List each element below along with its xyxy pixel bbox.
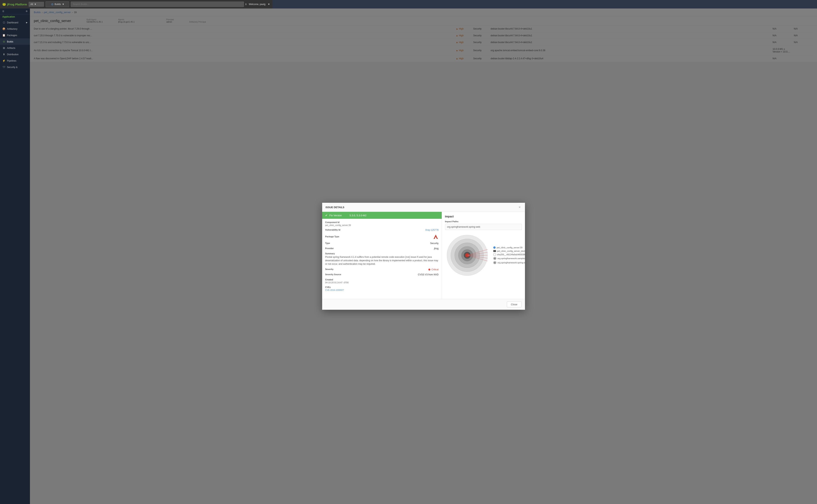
sidebar-item-label: Builds (7, 40, 13, 43)
nav-right: ℹ Welcome, paulg ▼ (245, 3, 270, 6)
sidebar-header: ☰ ⚙ (0, 8, 30, 14)
sidebar-item-dashboard[interactable]: ⬡ Dashboard ▶ (0, 19, 30, 26)
artifactory-icon: 📦 (2, 27, 5, 30)
distribution-icon: ⬇ (2, 53, 5, 56)
main-content: Builds › pet_clinic_config_server › 39 p… (30, 8, 272, 168)
sidebar-item-security[interactable]: 🛡 Security & (0, 64, 30, 70)
filter-label: All (31, 3, 33, 6)
builds-icon: ⊙ (51, 3, 54, 6)
builds-icon: ⊙ (2, 40, 5, 43)
sidebar-item-label: Dashboard (7, 21, 18, 24)
help-icon[interactable]: ℹ (245, 3, 246, 6)
sidebar-item-label: Security & (7, 66, 18, 69)
security-icon: 🛡 (2, 66, 5, 69)
sidebar-item-artifacts[interactable]: ⊞ Artifacts (0, 45, 30, 51)
modal-overlay[interactable]: ISSUE DETAILS × ✔ Fix Version 5.3.0, 5.3… (30, 8, 272, 168)
chevron-down-icon: ▼ (34, 3, 37, 6)
sidebar-item-label: Pipelines (7, 59, 16, 62)
sidebar-app-label: Application (0, 14, 30, 19)
sidebar-collapse-icon[interactable]: ☰ (2, 10, 4, 13)
chevron-right-icon: ▶ (26, 21, 28, 24)
logo: 🐸 jFrog Platform (2, 3, 27, 6)
sidebar-item-builds[interactable]: ⊙ Builds (0, 38, 30, 45)
pipelines-icon: ⚡ (2, 59, 5, 62)
packages-icon: 📋 (2, 34, 5, 37)
welcome-text: Welcome, paulg (249, 3, 265, 6)
sidebar-item-packages[interactable]: 📋 Packages (0, 32, 30, 38)
sidebar-item-artifactory[interactable]: 📦 Artifactory (0, 26, 30, 32)
sidebar-item-label: Packages (7, 34, 17, 37)
sidebar-item-label: Artifacts (7, 47, 15, 49)
frog-icon: 🐸 (2, 3, 6, 6)
filter-dropdown[interactable]: All ▼ (29, 2, 44, 7)
builds-label: Builds (55, 3, 61, 6)
top-navigation: 🐸 jFrog Platform All ▼ ⊙ Builds ▼ ℹ Welc… (0, 0, 272, 8)
logo-text: jFrog Platform (7, 3, 27, 6)
chevron-down-icon: ▼ (62, 3, 64, 6)
sidebar-item-pipelines[interactable]: ⚡ Pipelines (0, 58, 30, 64)
sidebar-item-label: Distribution (7, 53, 19, 56)
dashboard-icon: ⬡ (2, 21, 5, 24)
builds-button[interactable]: ⊙ Builds ▼ (46, 1, 69, 7)
user-chevron-icon[interactable]: ▼ (268, 3, 270, 6)
settings-icon[interactable]: ⚙ (26, 10, 28, 13)
search-input[interactable] (71, 2, 244, 7)
sidebar: ☰ ⚙ Application ⬡ Dashboard ▶ 📦 Artifact… (0, 8, 30, 168)
artifacts-icon: ⊞ (2, 47, 5, 49)
sidebar-item-distribution[interactable]: ⬇ Distribution (0, 51, 30, 58)
sidebar-item-label: Artifactory (7, 28, 17, 30)
